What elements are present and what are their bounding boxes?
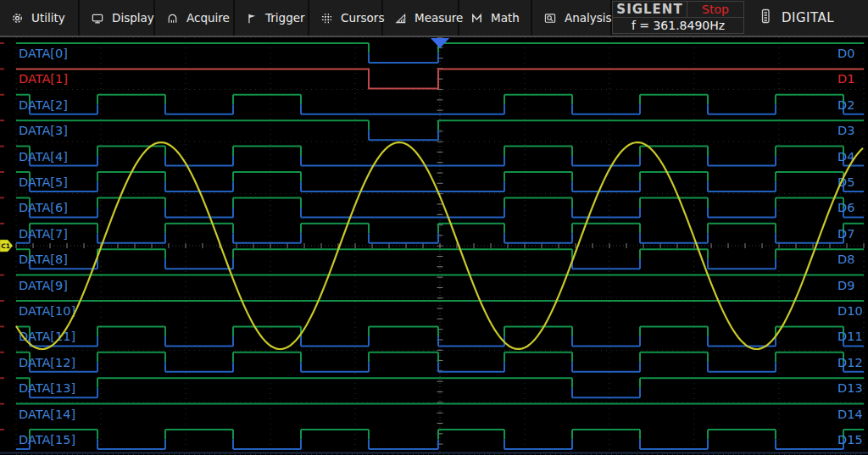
digital-trace-D3-low: [369, 130, 438, 141]
channel-position-tick: [0, 377, 4, 379]
channel-label-left[interactable]: DATA[6]: [19, 201, 68, 214]
brand-block: SIGLENT Stop f = 361.8490Hz: [612, 0, 744, 36]
channel-position-tick: [0, 171, 4, 173]
menu-item-digital[interactable]: DIGITAL: [744, 0, 868, 36]
channel-position-tick: [0, 352, 4, 353]
channel-position-tick: [0, 325, 4, 327]
menu-item-utility[interactable]: Utility: [0, 0, 80, 36]
channel-label-right[interactable]: D0: [837, 47, 854, 60]
menu-item-label: Acquire: [186, 11, 230, 25]
channel-label-left[interactable]: DATA[5]: [19, 175, 68, 189]
channel-label-right[interactable]: D7: [837, 227, 854, 241]
digital-trace-D3-high: [16, 120, 864, 130]
menubar: UtilityDisplayAcquireTriggerCursorsMeasu…: [0, 0, 868, 37]
acquisition-status: Stop: [687, 2, 743, 18]
channel-label-left[interactable]: DATA[0]: [19, 47, 68, 60]
brand-box: SIGLENT Stop f = 361.8490Hz: [612, 1, 744, 34]
digital-trace-D4-low: [30, 156, 864, 166]
digital-trace-D4-high: [16, 147, 843, 157]
menu-item-label: Trigger: [265, 11, 305, 25]
menu-item-label: Display: [112, 11, 154, 25]
menu-item-trigger[interactable]: Trigger: [235, 0, 309, 36]
channel-label-right[interactable]: D10: [837, 304, 863, 318]
digital-trace-D12-high: [16, 352, 843, 363]
menu-item-math[interactable]: Math: [459, 0, 532, 36]
channel-label-left[interactable]: DATA[12]: [19, 356, 75, 369]
digital-mode-label: DIGITAL: [782, 10, 834, 25]
channel-position-tick: [0, 119, 4, 121]
channel-label-right[interactable]: D2: [837, 98, 854, 112]
channel-position-tick: [0, 94, 4, 96]
waveform-display: DATA[0]D0DATA[1]D1DATA[2]D2DATA[3]D3DATA…: [0, 37, 868, 455]
digital-trace-D11-high: [16, 326, 843, 336]
channel-label-left[interactable]: DATA[13]: [19, 381, 75, 395]
monitor-icon: [91, 12, 104, 25]
channel-label-right[interactable]: D8: [837, 252, 854, 266]
menu-item-label: Analysis: [565, 11, 612, 25]
channel-position-tick: [0, 403, 4, 405]
ruler-icon: [394, 12, 407, 25]
analog-channel-marker-label: C1: [1, 242, 10, 250]
bottom-separator: [0, 452, 868, 454]
channel-position-tick: [0, 300, 4, 302]
menu-item-cursors[interactable]: Cursors: [309, 0, 383, 36]
digital-trace-D7-low: [16, 233, 843, 243]
channel-label-left[interactable]: DATA[10]: [19, 304, 75, 318]
channel-label-left[interactable]: DATA[8]: [19, 252, 68, 266]
digital-trace-D12-low: [30, 362, 864, 372]
channel-label-right[interactable]: D12: [837, 356, 863, 369]
gear-icon: [11, 12, 24, 25]
channel-label-right[interactable]: D5: [837, 175, 854, 189]
menu-item-label: Cursors: [341, 11, 384, 25]
menu-item-label: Utility: [31, 11, 65, 25]
channel-label-left[interactable]: DATA[2]: [19, 98, 68, 112]
menu-item-label: Math: [491, 11, 520, 25]
digital-trace-D8-low: [30, 259, 776, 269]
channel-position-tick: [0, 275, 4, 276]
channel-label-right[interactable]: D9: [837, 279, 854, 292]
digital-trace-D8-high: [16, 249, 864, 259]
cursors-icon: [320, 12, 333, 25]
oscilloscope-screen: { "menu": { "items": [ {"id":"utility","…: [0, 0, 868, 455]
channel-label-left[interactable]: DATA[9]: [19, 279, 68, 292]
digital-trace-D2-high: [16, 95, 843, 105]
digital-trace-D15-high: [30, 430, 864, 440]
trigger-frequency-readout: f = 361.8490Hz: [613, 18, 743, 33]
channel-position-tick: [0, 429, 4, 430]
channel-position-tick: [0, 42, 4, 44]
brand-logo: SIGLENT: [613, 2, 687, 18]
menu-item-label: Measure: [415, 11, 463, 25]
digital-trace-D13-high: [16, 378, 864, 388]
channel-label-right[interactable]: D15: [837, 433, 863, 447]
channel-position-tick: [0, 68, 4, 69]
channel-label-right[interactable]: D11: [837, 330, 863, 343]
channel-label-right[interactable]: D13: [837, 381, 863, 395]
channel-label-left[interactable]: DATA[4]: [19, 150, 68, 164]
channel-label-left[interactable]: DATA[3]: [19, 124, 68, 137]
channel-label-right[interactable]: D14: [837, 408, 863, 421]
channel-position-tick: [0, 146, 4, 147]
channel-label-right[interactable]: D3: [837, 124, 854, 137]
plot-area: DATA[0]D0DATA[1]D1DATA[2]D2DATA[3]D3DATA…: [0, 37, 868, 455]
chip-icon: [760, 8, 771, 28]
menu-item-analysis[interactable]: Analysis: [532, 0, 612, 36]
menu-item-acquire[interactable]: Acquire: [155, 0, 235, 36]
math-icon: [470, 12, 483, 25]
digital-trace-D0-low: [369, 53, 438, 64]
digital-trace-D6-high: [16, 197, 843, 208]
channel-label-left[interactable]: DATA[14]: [19, 408, 75, 421]
digital-trace-D15-low: [16, 440, 843, 450]
digital-trace-D13-low: [30, 388, 640, 398]
menu-item-measure[interactable]: Measure: [383, 0, 459, 36]
channel-label-right[interactable]: D1: [837, 72, 854, 86]
channel-label-left[interactable]: DATA[7]: [19, 227, 68, 241]
channel-position-tick: [0, 223, 4, 225]
digital-trace-D7-high: [30, 224, 864, 234]
digital-trace-D5-low: [30, 182, 864, 192]
channel-label-left[interactable]: DATA[1]: [19, 72, 68, 86]
flag-icon: [246, 12, 258, 25]
probe-icon: [166, 12, 179, 25]
channel-label-left[interactable]: DATA[15]: [19, 433, 75, 447]
menu-item-display[interactable]: Display: [80, 0, 155, 36]
channel-label-right[interactable]: D6: [837, 201, 854, 214]
